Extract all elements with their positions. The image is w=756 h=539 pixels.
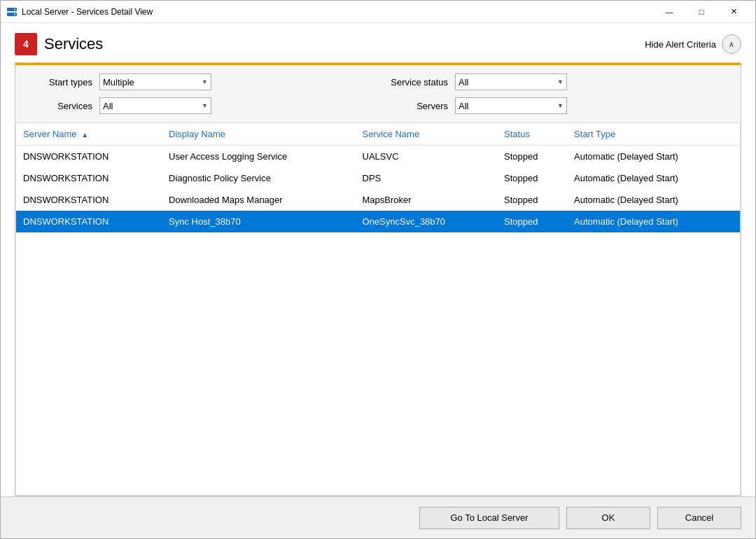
table-row[interactable]: DNSWORKSTATIONUser Access Logging Servic… [16, 146, 740, 168]
main-content: 4 Services Hide Alert Criteria ∧ Start t… [1, 23, 755, 496]
cell-server_name: DNSWORKSTATION [16, 167, 162, 189]
cell-service_name: OneSyncSvc_38b70 [356, 211, 498, 232]
services-table-area: Server Name ▲ Display Name Service Name … [15, 122, 741, 496]
services-filter-select-wrapper: All [99, 97, 211, 114]
cell-display_name: Diagnostic Policy Service [162, 167, 355, 189]
hide-alert-button[interactable]: ∧ [722, 34, 741, 54]
services-filter-select[interactable]: All [99, 97, 211, 114]
col-display-name[interactable]: Display Name [162, 123, 355, 146]
col-status-label: Status [504, 129, 530, 139]
title-bar: Local Server - Services Detail View — □ … [1, 1, 755, 23]
minimize-button[interactable]: — [653, 1, 685, 23]
services-table: Server Name ▲ Display Name Service Name … [16, 123, 740, 232]
close-button[interactable]: ✕ [718, 1, 750, 23]
service-status-row: Service status All Running Stopped [385, 74, 727, 90]
footer: Go To Local Server OK Cancel [1, 496, 755, 538]
col-start-type[interactable]: Start Type [567, 123, 740, 146]
cell-display_name: Downloaded Maps Manager [162, 189, 355, 211]
hide-alert-area[interactable]: Hide Alert Criteria ∧ [645, 34, 741, 54]
alert-badge: 4 [15, 33, 37, 55]
svg-point-3 [14, 13, 15, 15]
cell-start_type: Automatic (Delayed Start) [567, 211, 740, 232]
cell-status: Stopped [497, 189, 567, 211]
col-start-type-label: Start Type [574, 129, 615, 139]
start-types-select[interactable]: Multiple Automatic Manual Disabled [99, 74, 211, 90]
start-types-row: Start types Multiple Automatic Manual Di… [29, 74, 371, 90]
cell-service_name: DPS [356, 167, 498, 189]
servers-filter-select[interactable]: All [455, 97, 567, 114]
service-status-select-wrapper: All Running Stopped [455, 74, 567, 90]
cell-server_name: DNSWORKSTATION [16, 146, 162, 168]
col-status[interactable]: Status [497, 123, 567, 146]
col-service-name-label: Service Name [363, 129, 420, 139]
main-window: Local Server - Services Detail View — □ … [0, 0, 756, 539]
table-row[interactable]: DNSWORKSTATIONDownloaded Maps ManagerMap… [16, 189, 740, 211]
cancel-button[interactable]: Cancel [657, 507, 741, 529]
services-filter-row: Services All [29, 97, 371, 114]
start-types-select-wrapper: Multiple Automatic Manual Disabled [99, 74, 211, 90]
start-types-label: Start types [29, 77, 92, 88]
hide-alert-label: Hide Alert Criteria [645, 39, 716, 50]
title-bar-text: Local Server - Services Detail View [22, 7, 653, 17]
ok-button[interactable]: OK [566, 507, 650, 529]
cell-service_name: MapsBroker [356, 189, 498, 211]
col-server-name-label: Server Name [23, 129, 77, 139]
cell-display_name: User Access Logging Service [162, 146, 355, 168]
col-server-name[interactable]: Server Name ▲ [16, 123, 162, 146]
cell-status: Stopped [497, 167, 567, 189]
go-to-local-server-button[interactable]: Go To Local Server [419, 507, 559, 529]
cell-service_name: UALSVC [356, 146, 498, 168]
services-filter-label: Services [29, 101, 92, 111]
table-row[interactable]: DNSWORKSTATIONSync Host_38b70OneSyncSvc_… [16, 211, 740, 232]
cell-status: Stopped [497, 146, 567, 168]
cell-start_type: Automatic (Delayed Start) [567, 167, 740, 189]
cell-start_type: Automatic (Delayed Start) [567, 189, 740, 211]
title-bar-controls: — □ ✕ [653, 1, 750, 23]
table-body: DNSWORKSTATIONUser Access Logging Servic… [16, 146, 740, 233]
chevron-up-icon: ∧ [729, 40, 734, 49]
servers-filter-select-wrapper: All [455, 97, 567, 114]
maximize-button[interactable]: □ [685, 1, 718, 23]
filter-panel: Start types Multiple Automatic Manual Di… [15, 63, 741, 122]
table-header-row: Server Name ▲ Display Name Service Name … [16, 123, 740, 146]
col-display-name-label: Display Name [169, 129, 225, 139]
table-row[interactable]: DNSWORKSTATIONDiagnostic Policy ServiceD… [16, 167, 740, 189]
cell-server_name: DNSWORKSTATION [16, 189, 162, 211]
cell-server_name: DNSWORKSTATION [16, 211, 162, 232]
header-row: 4 Services Hide Alert Criteria ∧ [15, 33, 741, 55]
col-service-name[interactable]: Service Name [356, 123, 498, 146]
cell-display_name: Sync Host_38b70 [162, 211, 355, 232]
svg-point-2 [14, 8, 15, 10]
servers-filter-label: Servers [385, 101, 448, 111]
services-badge-area: 4 Services [15, 33, 103, 55]
cell-status: Stopped [497, 211, 567, 232]
sort-asc-icon: ▲ [81, 131, 88, 139]
service-status-select[interactable]: All Running Stopped [455, 74, 567, 90]
service-status-label: Service status [385, 77, 448, 88]
services-heading: Services [44, 35, 103, 53]
app-icon [6, 6, 18, 18]
cell-start_type: Automatic (Delayed Start) [567, 146, 740, 168]
content-panel: Start types Multiple Automatic Manual Di… [15, 62, 741, 496]
servers-filter-row: Servers All [385, 97, 727, 114]
